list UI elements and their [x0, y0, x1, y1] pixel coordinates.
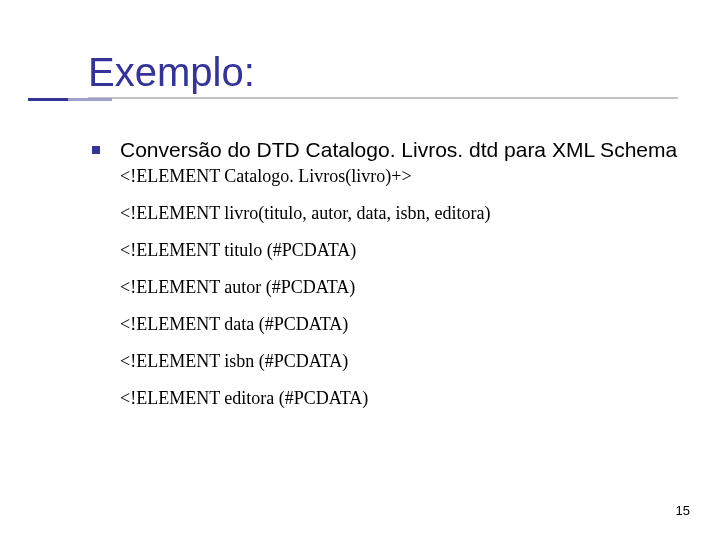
code-line: <!ELEMENT Catalogo. Livros(livro)+> — [120, 166, 720, 187]
title-accent-bar-light — [68, 98, 112, 101]
code-line: <!ELEMENT editora (#PCDATA) — [120, 388, 720, 409]
title-accent-bar — [28, 98, 68, 101]
code-line: <!ELEMENT autor (#PCDATA) — [120, 277, 720, 298]
bullet-text: Conversão do DTD Catalogo. Livros. dtd p… — [120, 137, 677, 163]
slide-container: Exemplo: Conversão do DTD Catalogo. Livr… — [0, 0, 720, 540]
slide-title: Exemplo: — [88, 50, 720, 95]
code-line: <!ELEMENT livro(titulo, autor, data, isb… — [120, 203, 720, 224]
dtd-code-list: <!ELEMENT Catalogo. Livros(livro)+> <!EL… — [120, 166, 720, 409]
bullet-row: Conversão do DTD Catalogo. Livros. dtd p… — [92, 137, 720, 163]
slide-content: Conversão do DTD Catalogo. Livros. dtd p… — [92, 137, 720, 409]
code-line: <!ELEMENT titulo (#PCDATA) — [120, 240, 720, 261]
title-underline — [88, 97, 678, 99]
code-line: <!ELEMENT isbn (#PCDATA) — [120, 351, 720, 372]
square-bullet-icon — [92, 146, 100, 154]
code-line: <!ELEMENT data (#PCDATA) — [120, 314, 720, 335]
slide-number: 15 — [676, 503, 690, 518]
title-wrap: Exemplo: — [28, 50, 720, 99]
